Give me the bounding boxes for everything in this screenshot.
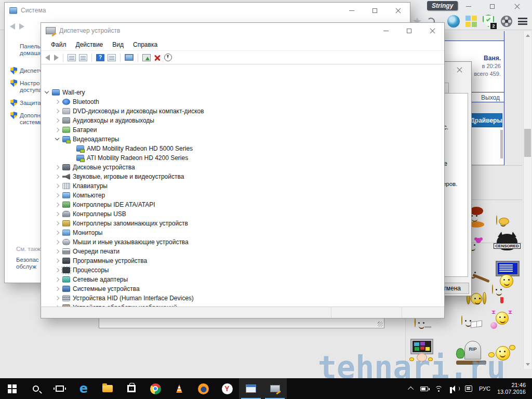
quick-access-grid-icon[interactable] bbox=[466, 16, 477, 27]
system-maximize-button[interactable] bbox=[363, 3, 387, 18]
dialog-close-button[interactable] bbox=[448, 62, 471, 77]
tree-item-computer-node[interactable]: Компьютер bbox=[41, 191, 444, 200]
tree-item-usb-controllers[interactable]: Контроллеры USB bbox=[41, 209, 444, 219]
chevron-right-icon[interactable] bbox=[55, 286, 60, 291]
browser-minimize-button[interactable] bbox=[460, 1, 477, 11]
video-reel-icon[interactable] bbox=[501, 16, 512, 27]
taskbar-yandex[interactable]: Y bbox=[215, 378, 239, 399]
chevron-right-icon[interactable] bbox=[55, 249, 60, 254]
devmgr-minimize-button[interactable] bbox=[374, 23, 397, 38]
tree-item-display-adapters[interactable]: Видеоадаптеры bbox=[41, 135, 444, 144]
forum-user-name[interactable]: Ваня. bbox=[474, 55, 501, 62]
chevron-right-icon[interactable] bbox=[55, 211, 60, 217]
reading-smiley[interactable] bbox=[461, 316, 462, 325]
tree-item-mice[interactable]: Мыши и иные указывающие устройства bbox=[41, 237, 444, 247]
update-driver-icon[interactable] bbox=[142, 54, 151, 61]
menu-help[interactable]: Справка bbox=[128, 41, 162, 48]
battery-icon[interactable] bbox=[420, 387, 428, 391]
tree-item-print-queues[interactable]: Очереди печати bbox=[41, 247, 444, 256]
resize-grip[interactable] bbox=[378, 322, 383, 327]
wifi-icon[interactable] bbox=[435, 386, 443, 392]
show-console-tree-icon[interactable] bbox=[68, 54, 76, 61]
tray-expand-icon[interactable] bbox=[408, 387, 414, 392]
tree-item-disk-drives[interactable]: Дисковые устройства bbox=[41, 163, 444, 172]
smoking-smiley[interactable] bbox=[415, 318, 416, 327]
system-close-button[interactable] bbox=[387, 3, 410, 18]
sidebar-device-manager[interactable]: Диспетч bbox=[20, 68, 42, 74]
sidebar-control-panel-home[interactable]: Панельдомашн bbox=[20, 43, 42, 57]
chevron-right-icon[interactable] bbox=[55, 99, 60, 104]
disable-device-icon[interactable] bbox=[164, 54, 172, 61]
chevron-right-icon[interactable] bbox=[55, 165, 60, 170]
chevron-right-icon[interactable] bbox=[55, 230, 60, 235]
taskbar-file-explorer[interactable] bbox=[96, 378, 119, 399]
censored-cat-smiley[interactable]: CENSORED bbox=[494, 234, 521, 255]
chevron-right-icon[interactable] bbox=[55, 202, 60, 207]
browser-maximize-button[interactable] bbox=[483, 1, 501, 11]
tree-item-imaging-devices[interactable]: Устройства обработки изображений bbox=[41, 303, 444, 307]
panel-scrollbar-thumb[interactable] bbox=[500, 130, 503, 158]
tree-item-keyboards[interactable]: Клавиатуры bbox=[41, 181, 444, 191]
list-view-icon[interactable] bbox=[108, 54, 116, 61]
chevron-right-icon[interactable] bbox=[55, 240, 60, 245]
tree-item-ati-radeon[interactable]: ATI Mobility Radeon HD 4200 Series bbox=[41, 153, 444, 163]
browser-close-button[interactable] bbox=[508, 1, 526, 11]
taskbar-chrome[interactable] bbox=[143, 378, 167, 399]
scroll-up-icon[interactable] bbox=[526, 34, 530, 37]
start-button[interactable] bbox=[0, 378, 24, 399]
taskbar-firefox[interactable] bbox=[191, 378, 215, 399]
forum-drivers-button[interactable]: Драйверы bbox=[470, 113, 502, 127]
back-arrow-icon[interactable] bbox=[45, 55, 50, 61]
tree-item-software-devices[interactable]: Программные устройства bbox=[41, 256, 444, 265]
chevron-right-icon[interactable] bbox=[55, 118, 60, 123]
taskbar-store[interactable] bbox=[119, 378, 143, 399]
maxthon-logo-icon[interactable] bbox=[447, 15, 460, 28]
taskbar-vlc[interactable] bbox=[167, 378, 191, 399]
tongue-smiley[interactable] bbox=[492, 285, 493, 294]
help-icon[interactable]: ? bbox=[96, 54, 104, 61]
system-titlebar[interactable]: Система bbox=[5, 3, 410, 18]
scan-hardware-changes-icon[interactable] bbox=[125, 54, 134, 61]
browser-scrollbar[interactable] bbox=[523, 31, 531, 369]
back-arrow-icon[interactable] bbox=[10, 23, 15, 30]
chevron-right-icon[interactable] bbox=[55, 183, 60, 189]
chevron-right-icon[interactable] bbox=[55, 296, 60, 301]
device-manager-titlebar[interactable]: Диспетчер устройств bbox=[41, 23, 444, 38]
menu-file[interactable]: Файл bbox=[46, 41, 71, 48]
taskbar-device-manager[interactable] bbox=[263, 378, 287, 399]
tree-item-bluetooth[interactable]: Bluetooth bbox=[41, 97, 444, 107]
security-shield-icon[interactable]: 2 bbox=[483, 15, 495, 28]
chevron-right-icon[interactable] bbox=[55, 221, 60, 226]
sidebar-remote-access[interactable]: Настродоступа bbox=[20, 80, 42, 94]
properties-icon[interactable] bbox=[79, 54, 87, 61]
action-center-icon[interactable] bbox=[465, 385, 472, 392]
menu-action[interactable]: Действие bbox=[71, 41, 108, 48]
chevron-right-icon[interactable] bbox=[55, 193, 60, 198]
tree-item-audio-io[interactable]: Аудиовходы и аудиовыходы bbox=[41, 116, 444, 125]
sidebar-system-protection[interactable]: Защита bbox=[20, 100, 41, 107]
tree-item-system-devices[interactable]: Системные устройства bbox=[41, 284, 444, 294]
facepalm-smiley[interactable] bbox=[496, 216, 497, 225]
uninstall-device-icon[interactable] bbox=[154, 54, 161, 61]
tree-item-hid-devices[interactable]: Устройства HID (Human Interface Devices) bbox=[41, 294, 444, 303]
tree-item-sound-devices[interactable]: Звуковые, игровые и видеоустройства bbox=[41, 172, 444, 181]
tree-item-storage-controllers[interactable]: Контроллеры запоминающих устройств bbox=[41, 219, 444, 228]
task-view-button[interactable] bbox=[48, 378, 72, 399]
logout-link[interactable]: Выход bbox=[481, 94, 500, 101]
bsod-smiley[interactable] bbox=[493, 261, 522, 287]
clock[interactable]: 21:46 13.07.2016 bbox=[497, 382, 526, 395]
menu-hamburger-icon[interactable] bbox=[518, 18, 527, 25]
chevron-right-icon[interactable] bbox=[55, 127, 60, 132]
devmgr-maximize-button[interactable] bbox=[397, 23, 421, 38]
tree-item-processors[interactable]: Процессоры bbox=[41, 265, 444, 275]
volume-icon[interactable] bbox=[450, 385, 458, 392]
sidebar-advanced-settings[interactable]: Дополнсистемы bbox=[20, 112, 44, 126]
system-minimize-button[interactable] bbox=[340, 3, 363, 18]
tree-item-computer[interactable]: Wall-ery bbox=[41, 88, 444, 97]
chevron-down-icon[interactable] bbox=[44, 90, 49, 95]
tree-item-amd-radeon[interactable]: AMD Mobility Radeon HD 5000 Series bbox=[41, 144, 444, 153]
menu-view[interactable]: Вид bbox=[108, 41, 128, 48]
sidebar-security-maintenance[interactable]: Безопасобслуж bbox=[16, 257, 39, 270]
devmgr-close-button[interactable] bbox=[421, 23, 444, 38]
chevron-right-icon[interactable] bbox=[55, 109, 60, 114]
